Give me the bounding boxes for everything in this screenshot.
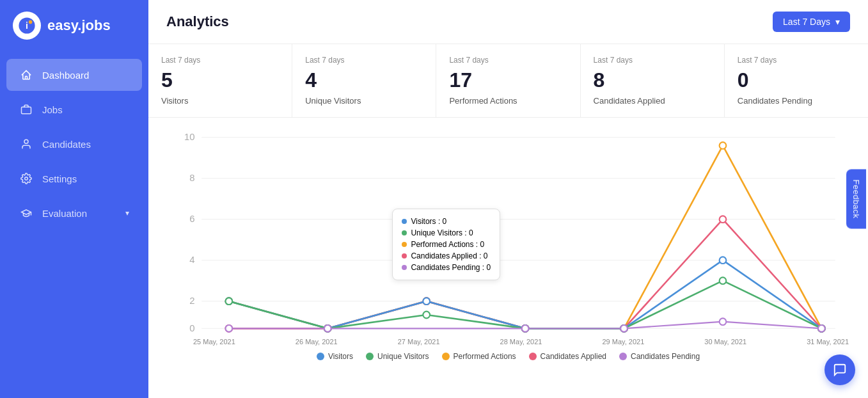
person-icon	[19, 137, 33, 151]
home-icon	[19, 68, 33, 82]
legend-dot-actions	[442, 353, 450, 360]
stat-visitors-period: Last 7 days	[161, 56, 279, 65]
stats-row: Last 7 days 5 Visitors Last 7 days 4 Uni…	[148, 44, 868, 118]
legend-dot-pending	[619, 353, 627, 360]
sidebar-item-candidates[interactable]: Candidates	[6, 128, 142, 160]
stat-candidates-pending-label: Candidates Pending	[738, 96, 855, 106]
svg-point-37	[720, 257, 727, 264]
svg-point-49	[620, 325, 627, 332]
stat-candidates-applied-value: 8	[594, 68, 711, 92]
svg-point-48	[522, 325, 529, 332]
briefcase-icon	[19, 102, 33, 116]
svg-point-44	[720, 277, 727, 284]
stat-candidates-applied-period: Last 7 days	[594, 56, 711, 65]
svg-point-51	[818, 325, 825, 332]
tooltip-dot-applied	[402, 253, 407, 259]
x-label-4: 29 May, 2021	[602, 338, 644, 346]
legend-dot-applied	[529, 353, 537, 360]
sidebar-label-dashboard: Dashboard	[42, 70, 89, 81]
app-name: easy.jobs	[47, 17, 111, 34]
legend-label-actions: Performed Actions	[454, 352, 516, 361]
stat-performed-actions-value: 17	[449, 68, 567, 92]
sidebar-item-settings[interactable]: Settings	[6, 163, 142, 195]
svg-point-41	[423, 312, 430, 319]
tooltip-label-pending: Candidates Pending : 0	[411, 263, 491, 272]
app-logo-icon: i	[13, 12, 41, 40]
legend-label-applied: Candidates Applied	[541, 352, 606, 361]
svg-text:10: 10	[184, 131, 195, 142]
svg-point-39	[226, 298, 233, 305]
svg-point-23	[720, 142, 727, 149]
main-content: Analytics Last 7 Days ▾ Last 7 days 5 Vi…	[148, 0, 868, 398]
tooltip-dot-actions	[402, 242, 407, 247]
stat-unique-visitors: Last 7 days 4 Unique Visitors	[292, 44, 436, 117]
tooltip-dot-pending	[402, 265, 407, 270]
svg-point-4	[24, 139, 28, 143]
page-header: Analytics Last 7 Days ▾	[148, 0, 868, 44]
stat-unique-visitors-period: Last 7 days	[305, 56, 423, 65]
page-title: Analytics	[166, 13, 229, 30]
legend-pending: Candidates Pending	[619, 352, 700, 361]
stat-candidates-pending-period: Last 7 days	[738, 56, 855, 65]
line-chart: 10 8 6 4 2 0	[168, 131, 849, 335]
svg-text:i: i	[26, 20, 28, 31]
svg-point-46	[226, 325, 233, 332]
stat-candidates-pending-value: 0	[738, 68, 855, 92]
stat-performed-actions: Last 7 days 17 Performed Actions	[436, 44, 580, 117]
chart-svg: 10 8 6 4 2 0	[168, 131, 849, 335]
x-label-1: 26 May, 2021	[296, 338, 338, 346]
stat-performed-actions-period: Last 7 days	[449, 56, 567, 65]
legend-actions: Performed Actions	[442, 352, 516, 361]
sidebar-item-evaluation[interactable]: Evaluation ▾	[6, 197, 142, 229]
tooltip-row-actions: Performed Actions : 0	[402, 239, 491, 250]
legend-dot-unique	[366, 353, 374, 360]
tooltip-row-applied: Candidates Applied : 0	[402, 250, 491, 262]
svg-text:2: 2	[189, 295, 194, 306]
tooltip-label-unique: Unique Visitors : 0	[411, 228, 473, 237]
stat-visitors-label: Visitors	[161, 96, 279, 106]
sidebar-label-evaluation: Evaluation	[42, 208, 87, 219]
x-label-0: 25 May, 2021	[193, 338, 235, 346]
tooltip-label-applied: Candidates Applied : 0	[411, 251, 487, 260]
legend-visitors: Visitors	[317, 352, 353, 361]
tooltip-dot-visitors	[402, 219, 407, 224]
svg-point-2	[29, 20, 33, 24]
chevron-down-icon: ▾	[835, 17, 840, 27]
svg-point-5	[25, 177, 28, 180]
legend-unique: Unique Visitors	[366, 352, 429, 361]
stat-unique-visitors-value: 4	[305, 68, 423, 92]
chat-icon	[833, 363, 847, 377]
x-axis-labels: 25 May, 2021 26 May, 2021 27 May, 2021 2…	[168, 335, 849, 346]
tooltip-row-visitors: Visitors : 0	[402, 216, 491, 227]
svg-point-47	[324, 325, 331, 332]
chart-container: 10 8 6 4 2 0	[148, 118, 868, 398]
sidebar-label-jobs: Jobs	[42, 104, 63, 115]
x-label-6: 31 May, 2021	[807, 338, 849, 346]
feedback-button[interactable]: Feedback	[846, 169, 866, 228]
svg-text:6: 6	[189, 213, 194, 224]
svg-text:0: 0	[189, 322, 194, 333]
sidebar-item-jobs[interactable]: Jobs	[6, 93, 142, 125]
sidebar-label-candidates: Candidates	[42, 139, 91, 150]
date-filter-button[interactable]: Last 7 Days ▾	[773, 12, 850, 32]
sidebar-item-dashboard[interactable]: Dashboard	[6, 59, 142, 91]
svg-point-50	[720, 318, 727, 325]
tooltip-row-unique: Unique Visitors : 0	[402, 227, 491, 239]
chart-legend: Visitors Unique Visitors Performed Actio…	[168, 346, 849, 363]
chevron-down-icon: ▾	[125, 209, 129, 218]
stat-unique-visitors-label: Unique Visitors	[305, 96, 423, 106]
legend-label-visitors: Visitors	[328, 352, 353, 361]
stat-visitors: Last 7 days 5 Visitors	[148, 44, 292, 117]
tooltip-dot-unique	[402, 230, 407, 235]
sidebar-label-settings: Settings	[42, 173, 77, 184]
legend-dot-visitors	[317, 353, 324, 360]
tooltip-row-pending: Candidates Pending : 0	[402, 262, 491, 273]
stat-candidates-applied: Last 7 days 8 Candidates Applied	[581, 44, 725, 117]
chat-button[interactable]	[825, 354, 855, 385]
date-filter-label: Last 7 Days	[783, 17, 830, 27]
graduation-icon	[19, 206, 33, 220]
sidebar: i easy.jobs Dashboard Jobs Candidates	[0, 0, 148, 398]
x-label-3: 28 May, 2021	[500, 338, 542, 346]
sidebar-logo: i easy.jobs	[0, 0, 148, 51]
stat-candidates-applied-label: Candidates Applied	[594, 96, 711, 106]
